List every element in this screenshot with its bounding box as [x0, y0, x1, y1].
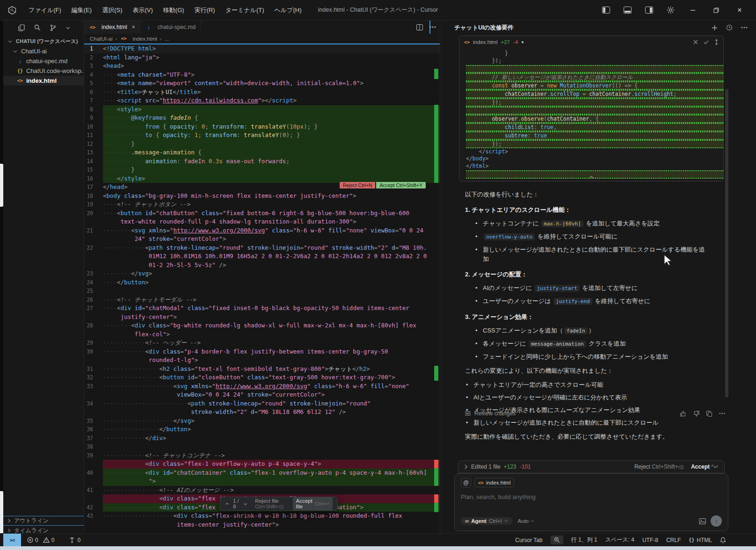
new-chat-icon[interactable]	[712, 25, 718, 31]
code-line[interactable]: justify-center">	[84, 313, 440, 322]
code-line[interactable]: 24····</button>	[84, 278, 440, 287]
agent-mode-selector[interactable]: ∞ Agent Ctrl+I	[461, 517, 512, 525]
toggle-bottom-panel-icon[interactable]	[620, 3, 634, 17]
card-collapse-chevron[interactable]	[459, 175, 723, 179]
code-line[interactable]: 26····<!-- チャットモーダル -->	[84, 296, 440, 304]
code-line[interactable]: 28········<div class="bg-white rounded-l…	[84, 321, 440, 330]
attach-image-icon[interactable]	[699, 518, 706, 524]
code-line[interactable]: ">	[84, 477, 440, 486]
history-icon[interactable]	[726, 24, 733, 31]
code-line[interactable]: 3<head>	[84, 62, 440, 71]
model-selector[interactable]: Auto	[518, 518, 535, 524]
status-スペース: 4[interactable]: スペース: 4	[605, 536, 634, 544]
code-line[interactable]: 6····<title>チャットUI</title>	[84, 88, 440, 97]
toggle-left-sidebar-icon[interactable]	[599, 3, 613, 17]
status-bell[interactable]	[720, 537, 726, 543]
tab-chatui-spec.md[interactable]: ↓chatui-spec.md	[140, 21, 201, 34]
split-editor-icon[interactable]	[416, 24, 423, 30]
minimize-button[interactable]	[685, 2, 701, 18]
menu-ターミナル(T)[interactable]: ターミナル(T)	[220, 0, 269, 21]
tree-item-ChatUI.code-worksp...[interactable]: {}ChatUI.code-worksp...	[3, 66, 84, 76]
code-line[interactable]: flex-col">	[84, 330, 440, 339]
code-line[interactable]: 24" stroke="currentColor">	[84, 235, 440, 244]
code-line[interactable]: 21········<svg xmlns="http://www.w3.org/…	[84, 226, 440, 235]
code-line[interactable]: 37············</div>	[84, 434, 440, 443]
code-line[interactable]: 27····<div id="chatModal" class="fixed i…	[84, 304, 440, 313]
code-line[interactable]: 11············to { opacity: 1; transform…	[84, 131, 440, 140]
copy-icon[interactable]	[706, 411, 712, 417]
code-line[interactable]: 13········.message-animation {	[84, 148, 440, 157]
menu-表示(V)[interactable]: 表示(V)	[128, 0, 158, 21]
code-line[interactable]: rounded-t-lg">	[84, 356, 440, 365]
code-line[interactable]: 4····<meta charset="UTF-8">	[84, 71, 440, 80]
code-line[interactable]: 12········}	[84, 140, 440, 149]
status-CRLF[interactable]: CRLF	[666, 537, 681, 543]
code-line[interactable]: <div class="flex-1 overflow-y-auto p-4 s…	[84, 460, 440, 469]
code-line[interactable]: 23········</svg>	[84, 269, 440, 278]
status-行 1、列 1[interactable]: 行 1、列 1	[571, 536, 597, 544]
breadcrumb-item[interactable]: ...	[165, 36, 169, 42]
card-expand-icon[interactable]	[714, 39, 719, 45]
status-HTML[interactable]: {}HTML	[689, 537, 712, 543]
prev-change-icon[interactable]	[225, 502, 229, 506]
close-button[interactable]: ×	[732, 2, 748, 18]
code-line[interactable]: 22············<path stroke-linecap="roun…	[84, 244, 440, 253]
code-line[interactable]: 31················<h2 class="text-xl fon…	[84, 365, 440, 374]
toggle-right-sidebar-icon[interactable]	[642, 3, 656, 17]
code-line[interactable]: 01-2 2h-5l-5 5v-5z" />	[84, 261, 440, 270]
tree-item-ChatUI-ai[interactable]: ChatUI-ai	[3, 46, 84, 56]
breadcrumb[interactable]: ChatUI-ai›<>index.html›...	[84, 34, 440, 43]
code-line[interactable]: 9········@keyframes fadeIn {	[84, 114, 440, 123]
menu-ファイル(F)[interactable]: ファイル(F)	[23, 0, 66, 21]
code-editor[interactable]: 1<!DOCTYPE html>2<html lang="ja">3<head>…	[84, 43, 440, 533]
chat-more-icon[interactable]	[741, 27, 748, 29]
code-line[interactable]: 35····················</svg>	[84, 417, 440, 426]
code-line[interactable]: 20····<button id="chatButton" class="fix…	[84, 209, 440, 218]
reject-file-button[interactable]: Reject file Ctrl+Shift+	[255, 498, 289, 509]
tree-item-CHATUI (ワークスペース)[interactable]: CHATUI (ワークスペース)	[3, 36, 84, 46]
sidebar-section-アウトライン[interactable]: アウトライン	[3, 516, 84, 526]
code-line[interactable]: 29············<!-- ヘッダー -->	[84, 339, 440, 347]
menu-選択(S)[interactable]: 選択(S)	[97, 0, 127, 21]
inline-reject-button[interactable]: Reject Ctrl+N	[340, 182, 376, 188]
code-line[interactable]: text-white rounded-full p-4 shadow-lg tr…	[84, 217, 440, 226]
code-line[interactable]: 39············<!-- チャットコンテナ -->	[84, 451, 440, 460]
chat-composer[interactable]: @ <> index.html Plan, search, build anyt…	[454, 473, 728, 531]
reject-all-button[interactable]: Reject Ctrl+Shift+	[634, 463, 683, 470]
composer-input[interactable]: Plan, search, build anything	[461, 493, 722, 500]
code-line[interactable]: 18<body class="bg-gray-100 min-h-screen …	[84, 192, 440, 201]
breadcrumb-item[interactable]: index.html	[132, 36, 157, 42]
diff-file-name[interactable]: index.html	[473, 39, 497, 45]
code-line[interactable]: 7····<script src="https://cdn.tailwindcs…	[84, 96, 440, 105]
search-icon[interactable]	[34, 24, 41, 31]
status-UTF-8[interactable]: UTF-8	[642, 537, 658, 543]
tree-item-chatui-spec.md[interactable]: ↓chatui-spec.md	[3, 56, 84, 66]
problems-indicator[interactable]: 0 0	[27, 537, 54, 543]
breadcrumb-item[interactable]: ChatUI-ai	[90, 36, 113, 42]
code-line[interactable]: 19····<!-- チャットボタン -->	[84, 200, 440, 209]
code-line[interactable]: 01M12 10h.01M16 10h.01M9 16H5a2 2 0 01-2…	[84, 252, 440, 261]
menu-実行(R)[interactable]: 実行(R)	[189, 0, 220, 21]
code-line[interactable]: items-center justify-center">	[84, 521, 440, 529]
code-line[interactable]: 5····<meta name="viewport" content="widt…	[84, 79, 440, 88]
status-zoom[interactable]	[551, 536, 563, 544]
code-line[interactable]: 30············<div class="p-4 border-b f…	[84, 347, 440, 356]
feedback-indicator[interactable]: 0	[69, 537, 80, 543]
git-branch-icon[interactable]	[50, 24, 56, 31]
menu-ヘルプ(H)[interactable]: ヘルプ(H)	[269, 0, 307, 21]
code-line[interactable]: 8····<style>	[84, 105, 440, 114]
next-change-icon[interactable]	[243, 502, 247, 506]
code-line[interactable]: stroke-width="2" d="M6 18L18 6M6 6l12 12…	[84, 408, 440, 417]
chevron-down-icon[interactable]	[65, 25, 71, 30]
code-line[interactable]: 41················<!-- AIのメッセージ -->	[84, 486, 440, 495]
edited-files-label[interactable]: Edited 1 file	[471, 463, 501, 470]
code-line[interactable]: 40············<div id="chatContainer" cl…	[84, 469, 440, 478]
code-line[interactable]: 33····················<svg xmlns="http:/…	[84, 382, 440, 391]
code-line[interactable]: 38	[84, 442, 440, 451]
card-accept-icon[interactable]	[704, 40, 709, 44]
review-changes-label[interactable]: Review changes	[474, 410, 516, 417]
menu-編集(E)[interactable]: 編集(E)	[66, 0, 97, 21]
inline-accept-button[interactable]: Accept Ctrl+Shift+Y	[376, 182, 426, 188]
code-line[interactable]: viewBox="0 0 24 24" stroke="currentColor…	[84, 391, 440, 399]
card-close-icon[interactable]	[693, 40, 698, 44]
